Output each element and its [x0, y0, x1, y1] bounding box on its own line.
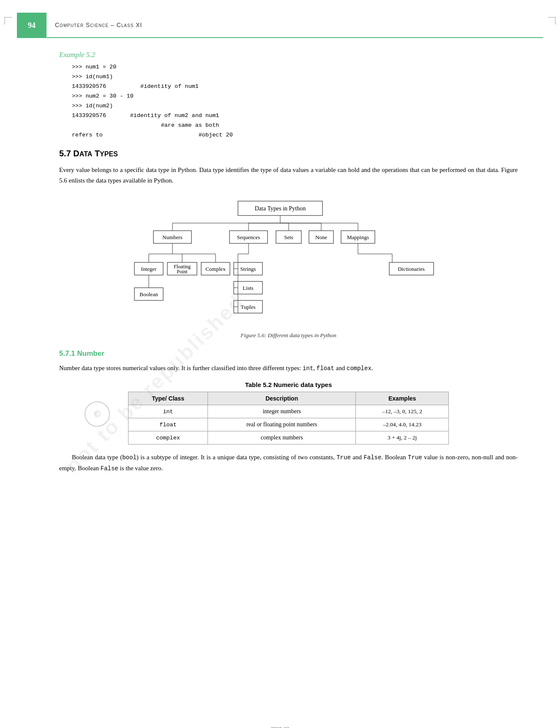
- main-content: Example 5.2 >>> num1 = 20 >>> id(num1) 1…: [59, 51, 518, 474]
- table-cell-examples: 3 + 4j, 2 – 2j: [356, 431, 449, 444]
- svg-text:Point: Point: [177, 269, 188, 275]
- svg-text:Numbers: Numbers: [162, 234, 183, 240]
- header-title: Computer Science – Class XI: [46, 13, 543, 38]
- page-header: 94 Computer Science – Class XI: [17, 13, 543, 38]
- svg-text:Data Types in Python: Data Types in Python: [254, 205, 305, 212]
- svg-text:Sets: Sets: [284, 234, 293, 240]
- code-block: >>> num1 = 20 >>> id(num1) 1433920576 #i…: [72, 63, 518, 140]
- section-57-heading: 5.7 DATA TYPES: [59, 149, 518, 158]
- corner-mark-tr: [548, 17, 556, 25]
- table-row: complex complex numbers 3 + 4j, 2 – 2j: [128, 431, 449, 444]
- section-571-body2: Boolean data type (bool) is a subtype of…: [59, 452, 518, 474]
- svg-text:Complex: Complex: [205, 266, 226, 272]
- svg-text:Tuples: Tuples: [240, 304, 255, 310]
- table-cell-type: int: [128, 405, 208, 418]
- table-cell-desc: complex numbers: [208, 431, 356, 444]
- table-row: float real or floating point numbers –2.…: [128, 418, 449, 431]
- table-cell-examples: –2.04, 4.0, 14.23: [356, 418, 449, 431]
- table-cell-desc: real or floating point numbers: [208, 418, 356, 431]
- table-cell-type: complex: [128, 431, 208, 444]
- page-container: 94 Computer Science – Class XI Example 5…: [0, 13, 560, 728]
- example-title: Example 5.2: [59, 51, 518, 59]
- svg-text:Mappings: Mappings: [347, 234, 369, 240]
- svg-text:Sequences: Sequences: [237, 234, 260, 240]
- svg-text:Lists: Lists: [243, 285, 253, 291]
- section-57-body: Every value belongs to a specific data t…: [59, 165, 518, 186]
- table-header-type: Type/ Class: [128, 392, 208, 405]
- section-571-heading: 5.7.1 Number: [59, 349, 518, 358]
- data-types-diagram: Data Types in Python Numbers Sequences S…: [132, 197, 445, 328]
- corner-mark-tl: [4, 17, 12, 25]
- svg-text:Integer: Integer: [141, 266, 156, 272]
- svg-text:Dictionaries: Dictionaries: [398, 266, 425, 272]
- table-header-desc: Description: [208, 392, 356, 405]
- svg-text:Strings: Strings: [240, 266, 256, 272]
- table-row: int integer numbers –12, –3, 0, 125, 2: [128, 405, 449, 418]
- diagram-container: Data Types in Python Numbers Sequences S…: [59, 197, 518, 328]
- page-number: 94: [17, 13, 46, 38]
- numeric-data-table: Type/ Class Description Examples int int…: [128, 392, 449, 444]
- section-571-body1: Number data type stores numerical values…: [59, 363, 518, 374]
- svg-text:Boolean: Boolean: [139, 291, 158, 297]
- table-cell-desc: integer numbers: [208, 405, 356, 418]
- page-footer: 2022-23: [0, 725, 560, 728]
- diagram-caption: Figure 5.6: Different data types in Pyth…: [59, 332, 518, 339]
- table-cell-type: float: [128, 418, 208, 431]
- table-cell-examples: –12, –3, 0, 125, 2: [356, 405, 449, 418]
- svg-text:None: None: [315, 234, 327, 240]
- table-title: Table 5.2 Numeric data types: [59, 381, 518, 388]
- table-header-examples: Examples: [356, 392, 449, 405]
